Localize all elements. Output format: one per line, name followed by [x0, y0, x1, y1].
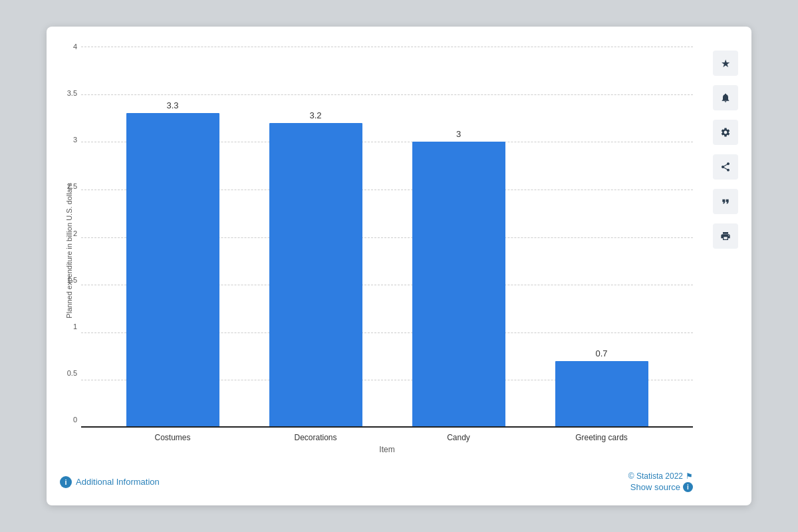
show-source-button[interactable]: Show source i	[630, 482, 693, 492]
bars-row: 3.3 3.2 3	[81, 47, 693, 428]
statista-credit: © Statista 2022 ⚑	[628, 471, 693, 481]
gear-icon	[720, 127, 731, 138]
statista-credit-text: © Statista 2022	[628, 471, 683, 481]
show-source-label: Show source	[630, 482, 680, 492]
x-label-candy: Candy	[412, 433, 505, 442]
bar-label-decorations: 3.2	[309, 110, 321, 120]
sidebar-icons: ★	[706, 47, 738, 492]
additional-info-label: Additional Information	[76, 477, 160, 487]
bell-button[interactable]	[713, 85, 738, 110]
x-label-decorations: Decorations	[269, 433, 362, 442]
bar-candy	[412, 142, 505, 428]
bar-label-candy: 3	[456, 129, 461, 139]
chart-wrapper: Planned expenditure in billion U.S. doll…	[60, 47, 693, 454]
x-axis-title: Item	[81, 445, 693, 454]
info-icon: i	[60, 476, 72, 488]
share-button[interactable]	[713, 154, 738, 180]
bar-group-costumes: 3.3	[126, 47, 219, 428]
bar-greeting-cards	[555, 361, 648, 428]
chart-inner: 4 3.5 3 2.5 2 1.5 1 0.5 0	[81, 47, 693, 454]
grid-and-bars: 4 3.5 3 2.5 2 1.5 1 0.5 0	[81, 47, 693, 428]
x-label-greeting-cards: Greeting cards	[555, 433, 648, 442]
bar-label-greeting-cards: 0.7	[595, 348, 607, 358]
x-label-costumes: Costumes	[126, 433, 219, 442]
chart-baseline	[81, 426, 693, 428]
show-source-info-icon: i	[683, 482, 693, 492]
additional-info-button[interactable]: i Additional Information	[60, 476, 160, 488]
gear-button[interactable]	[713, 120, 738, 145]
flag-icon: ⚑	[686, 471, 693, 481]
y-axis-label-wrap: Planned expenditure in billion U.S. doll…	[60, 47, 78, 454]
bar-group-greeting-cards: 0.7	[555, 47, 648, 428]
quote-button[interactable]	[713, 189, 738, 214]
print-button[interactable]	[713, 223, 738, 249]
y-axis-label: Planned expenditure in billion U.S. doll…	[65, 183, 73, 319]
bar-group-decorations: 3.2	[269, 47, 362, 428]
share-icon	[720, 162, 731, 172]
bar-label-costumes: 3.3	[166, 100, 178, 110]
bar-decorations	[269, 123, 362, 428]
bar-group-candy: 3	[412, 47, 505, 428]
x-labels: Costumes Decorations Candy Greeting card…	[81, 433, 693, 442]
star-button[interactable]: ★	[713, 51, 738, 76]
quote-icon	[720, 196, 731, 207]
chart-footer: i Additional Information © Statista 2022…	[60, 466, 693, 492]
footer-right: © Statista 2022 ⚑ Show source i	[628, 471, 693, 492]
bell-icon	[720, 92, 731, 103]
main-card: Planned expenditure in billion U.S. doll…	[47, 27, 751, 505]
print-icon	[720, 231, 731, 241]
bar-costumes	[126, 113, 219, 428]
chart-area: Planned expenditure in billion U.S. doll…	[60, 47, 706, 492]
